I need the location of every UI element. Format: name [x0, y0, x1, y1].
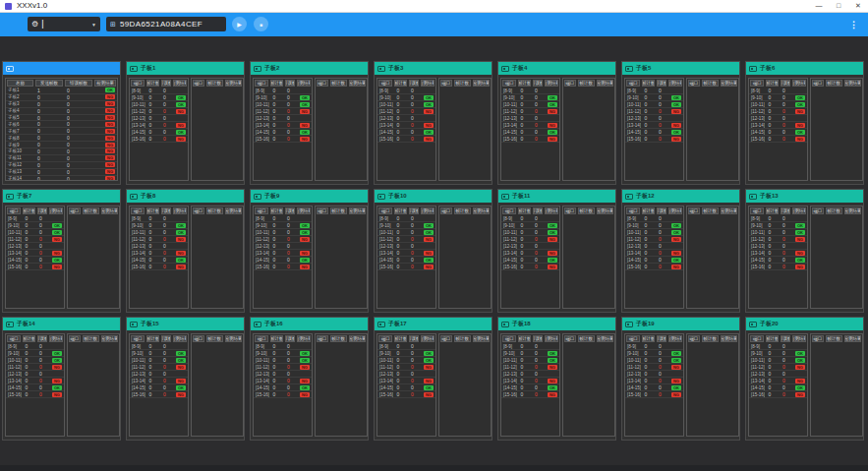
- board-icon: [501, 66, 509, 72]
- port-cell: [10-11]: [254, 101, 269, 107]
- port-cell: [14-15]: [625, 257, 641, 263]
- status-badge: NG: [548, 251, 557, 256]
- frame-count-cell: 0: [269, 129, 284, 135]
- error-count-cell: 0: [532, 384, 544, 390]
- result-cell: [420, 343, 435, 349]
- error-count-cell: 0: [284, 101, 296, 107]
- frame-count-cell: 0: [145, 257, 160, 263]
- status-badge: OK: [424, 102, 434, 107]
- table-row: [10-11]00OK: [130, 229, 188, 236]
- table-row: [8-9]00: [6, 215, 64, 222]
- table-header-row: 端口帧计数检测结果: [439, 79, 491, 88]
- table-row: [8-9]00: [749, 343, 807, 350]
- column-header: 帧计数: [330, 335, 347, 342]
- column-header: 帧计数: [146, 207, 159, 214]
- result-cell: NG: [791, 391, 807, 397]
- error-count-cell: 0: [532, 122, 544, 128]
- status-badge: NG: [52, 365, 62, 370]
- result-cell: OK: [667, 229, 683, 235]
- frame-count-cell: 0: [22, 343, 36, 349]
- column-header: 端口: [750, 335, 764, 342]
- result-cell: NG: [93, 142, 117, 147]
- port-cell: [8-9]: [625, 343, 641, 349]
- result-cell: NG: [791, 264, 807, 269]
- error-count-cell: 0: [64, 88, 93, 93]
- panel-header: 子板16: [251, 318, 368, 330]
- board-icon: [501, 322, 509, 327]
- error-count-cell: 0: [408, 129, 420, 135]
- frame-count-cell: 0: [145, 222, 160, 228]
- error-count-cell: 0: [64, 94, 93, 100]
- result-cell: [172, 371, 188, 377]
- error-count-cell: 0: [64, 135, 93, 141]
- port-cell: [14-15]: [749, 384, 765, 390]
- table-row: [14-15]00OK: [625, 257, 683, 264]
- frame-count-cell: 0: [517, 88, 532, 93]
- table-row: [8-9]00: [130, 343, 188, 350]
- error-count-cell: 0: [532, 257, 544, 263]
- status-badge: OK: [795, 351, 805, 356]
- error-count-cell: 0: [284, 236, 296, 242]
- frame-count-cell: 0: [765, 378, 780, 383]
- error-count-cell: 0: [408, 108, 420, 114]
- port-cell: [12-13]: [254, 243, 269, 249]
- port-cell: [14-15]: [6, 257, 22, 263]
- result-cell: NG: [667, 391, 683, 397]
- port-table-left: 端口帧计数错误数检测结果[8-9]00[9-10]00OK[10-11]00OK…: [253, 333, 313, 437]
- port-cell: [9-10]: [130, 350, 145, 356]
- board-panel: 子板20端口帧计数错误数检测结果[8-9]00[9-10]00OK[10-11]…: [745, 317, 864, 441]
- frame-count-cell: 0: [765, 243, 780, 249]
- error-count-cell: 0: [532, 94, 544, 100]
- error-count-cell: 0: [64, 121, 93, 127]
- frame-count-cell: 0: [393, 350, 408, 356]
- result-cell: NG: [48, 264, 64, 269]
- column-header: 端口: [131, 335, 145, 342]
- error-count-cell: 0: [532, 115, 544, 121]
- panel-title: 子板18: [512, 318, 531, 330]
- table-header-row: 端口帧计数检测结果: [687, 206, 738, 215]
- error-count-cell: 0: [780, 88, 791, 93]
- frame-count-cell: 0: [145, 384, 160, 390]
- error-count-cell: 0: [656, 94, 667, 100]
- table-row: [11-12]00NG: [749, 364, 807, 371]
- column-header: 帧计数: [206, 80, 223, 87]
- column-header: 检测结果: [421, 207, 434, 214]
- status-badge: OK: [795, 258, 805, 263]
- error-count-cell: 0: [408, 343, 420, 349]
- port-cell: [13-14]: [625, 378, 641, 383]
- error-count-cell: 0: [36, 236, 48, 242]
- result-cell: NG: [48, 378, 64, 383]
- result-cell: [791, 371, 807, 377]
- error-count-cell: 0: [284, 264, 296, 269]
- frame-count-cell: 0: [269, 371, 284, 377]
- result-cell: OK: [48, 257, 64, 263]
- frame-count-cell: 0: [393, 243, 408, 249]
- result-cell: NG: [93, 162, 117, 168]
- frame-count-cell: 0: [517, 236, 532, 242]
- column-header: 帧计数: [578, 335, 595, 342]
- error-count-cell: 0: [656, 384, 667, 390]
- board-icon: [130, 66, 138, 72]
- result-cell: OK: [420, 384, 435, 390]
- column-header: 帧计数: [23, 207, 35, 214]
- table-row: [9-10]00OK: [377, 94, 435, 101]
- frame-count-cell: 0: [393, 94, 408, 100]
- column-header: 检测结果: [792, 80, 806, 87]
- table-row: [10-11]00OK: [130, 101, 188, 108]
- status-badge: NG: [671, 109, 681, 114]
- board-name-cell: 子板4: [6, 108, 34, 114]
- column-header: 检测结果: [668, 207, 682, 214]
- port-table-right: 端口帧计数检测结果: [438, 78, 492, 181]
- column-header: 检测结果: [173, 80, 187, 87]
- board-name-cell: 子板10: [6, 148, 34, 154]
- port-cell: [15-16]: [254, 391, 269, 397]
- table-row: [9-10]00OK: [749, 350, 807, 357]
- error-count-cell: 0: [160, 222, 172, 228]
- board-name-cell: 子板8: [6, 135, 34, 141]
- status-badge: OK: [176, 358, 186, 363]
- board-icon: [625, 194, 633, 200]
- port-cell: [9-10]: [130, 222, 145, 228]
- table-header-row: 端口帧计数错误数检测结果: [254, 334, 312, 343]
- frame-count-cell: 0: [765, 108, 780, 114]
- column-header: 帧计数: [83, 335, 99, 342]
